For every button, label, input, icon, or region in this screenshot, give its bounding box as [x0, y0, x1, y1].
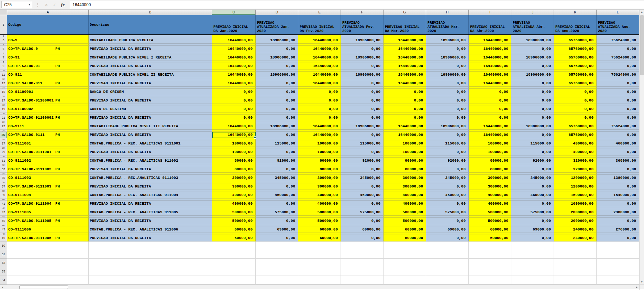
cell-L21[interactable]: 0,00 — [597, 115, 639, 121]
cell-I29[interactable]: 100000,00 — [469, 149, 511, 155]
cell-F19[interactable]: 0,00 — [341, 106, 384, 112]
column-header-K[interactable]: K — [554, 10, 597, 15]
cell-G33[interactable]: 80000,00 — [384, 166, 426, 173]
cell-G5[interactable]: 16440000,00 — [384, 46, 426, 52]
cell-E31[interactable]: 80000,00 — [298, 158, 341, 164]
cell-L15[interactable]: 0,00 — [597, 89, 639, 95]
cell-G37[interactable]: 300000,00 — [384, 183, 426, 190]
cell-E19[interactable]: 0,00 — [298, 106, 341, 112]
column-header-H[interactable]: H — [426, 10, 469, 15]
cell-E1[interactable]: PREVISAO INICIAL DA Fev-2020 — [298, 15, 341, 34]
cell-K49[interactable]: 240000,00 — [554, 235, 597, 241]
cell-J25[interactable]: 0,00 — [511, 132, 554, 138]
cell-L23[interactable]: 75624000,00 — [597, 123, 639, 130]
cell-C35[interactable]: 300000,00 — [212, 175, 256, 181]
cell-L52[interactable] — [597, 259, 639, 267]
cell-K25[interactable]: 65760000,00 — [554, 132, 597, 138]
cell-B3[interactable]: CONTABILDADE PUBLICA RECEITA — [89, 37, 212, 44]
cell-K23[interactable]: 65760000,00 — [554, 123, 597, 130]
cell-I49[interactable]: 60000,00 — [469, 235, 511, 241]
cell-H47[interactable]: 69000,00 — [426, 226, 469, 233]
cell-H52[interactable] — [426, 259, 469, 267]
row-header-43[interactable]: 43 — [0, 209, 7, 216]
cell-H49[interactable]: 0,00 — [426, 235, 469, 241]
cell-G29[interactable]: 100000,00 — [384, 149, 426, 155]
cell-D31[interactable]: 92000,00 — [256, 158, 298, 164]
cell-J7[interactable]: 18906000,00 — [511, 54, 554, 61]
cell-B25[interactable]: PREVISAO INICIAL DA RECEITA — [89, 132, 212, 138]
column-header-L[interactable]: L — [597, 10, 639, 15]
column-header-C[interactable]: C — [212, 10, 256, 15]
cell-D17[interactable]: 0,00 — [256, 97, 298, 104]
cell-I13[interactable]: 16440000,00 — [469, 80, 511, 87]
cell-C23[interactable]: 16440000,00 — [212, 123, 256, 130]
cell-E50[interactable] — [298, 241, 341, 250]
cell-J15[interactable]: 0,00 — [511, 89, 554, 95]
cell-I52[interactable] — [469, 259, 511, 267]
cell-L50[interactable] — [597, 241, 639, 250]
cell-F47[interactable]: 69000,00 — [341, 226, 384, 233]
cell-F13[interactable]: 0,00 — [341, 80, 384, 87]
cell-B1[interactable]: Descricao — [89, 15, 212, 34]
cell-E49[interactable]: 60000,00 — [298, 235, 341, 241]
scroll-down-icon[interactable]: ▼ — [640, 280, 644, 284]
cell-I54[interactable] — [469, 276, 511, 284]
cell-L45[interactable]: 0,00 — [597, 218, 639, 224]
cell-B21[interactable]: PREVISAO INICIAL DA RECEITA — [89, 115, 212, 121]
cell-F41[interactable]: 0,00 — [341, 201, 384, 207]
cell-G45[interactable]: 500000,00 — [384, 218, 426, 224]
cell-H35[interactable]: 345000,00 — [426, 175, 469, 181]
scroll-left-icon[interactable]: ◄ — [0, 285, 5, 290]
cell-F1[interactable]: PREVISAO ATUALIZADA Fev-2020 — [341, 15, 384, 34]
cell-K45[interactable]: 2000000,00 — [554, 218, 597, 224]
cell-E5[interactable]: 16440000,00 — [298, 46, 341, 52]
cell-A35[interactable]: CO-9111003 — [7, 175, 89, 181]
cell-B11[interactable]: CONTABILDADE PUBLICA NIVEL II RECEITA — [89, 72, 212, 78]
cell-B31[interactable]: CONTAB.PUBLICA - REC. ANALITICAS 911002 — [89, 158, 212, 164]
cell-K17[interactable]: 0,00 — [554, 97, 597, 104]
cell-D54[interactable] — [256, 276, 298, 284]
cell-B15[interactable]: BANCO DE ORIGEM — [89, 89, 212, 95]
cell-G21[interactable]: 0,00 — [384, 115, 426, 121]
cell-B39[interactable]: CONTAB.PUBLICA - REC. ANALITICAS 911004 — [89, 192, 212, 198]
cell-H5[interactable]: 0,00 — [426, 46, 469, 52]
cell-K27[interactable]: 400000,00 — [554, 140, 597, 147]
cell-F9[interactable]: 0,00 — [341, 63, 384, 69]
cell-E13[interactable]: 16440000,00 — [298, 80, 341, 87]
cell-E41[interactable]: 400000,00 — [298, 201, 341, 207]
cell-F7[interactable]: 18906000,00 — [341, 54, 384, 61]
cell-L7[interactable]: 75624000,00 — [597, 54, 639, 61]
cell-G7[interactable]: 16440000,00 — [384, 54, 426, 61]
row-header-25[interactable]: 25 — [0, 132, 7, 138]
cell-F5[interactable]: 0,00 — [341, 46, 384, 52]
cell-A21[interactable]: CO+TP.SALDO-91100002PH — [7, 115, 89, 121]
cell-B5[interactable]: PREVISAO INICIAL DA RECEITA — [89, 46, 212, 52]
cell-L47[interactable]: 276000,00 — [597, 226, 639, 233]
cell-G51[interactable] — [384, 250, 426, 259]
cell-B9[interactable]: PREVISAO INICIAL DA RECEITA — [89, 63, 212, 69]
cell-A23[interactable]: CO-9111 — [7, 123, 89, 130]
cell-B7[interactable]: CONTABILDADE PUBLICA NIVEL I RECEITA — [89, 54, 212, 61]
cell-B50[interactable] — [89, 241, 212, 250]
cell-I35[interactable]: 300000,00 — [469, 175, 511, 181]
cell-H1[interactable]: PREVISAO ATUALIZADA Mar-2020 — [426, 15, 469, 34]
row-header-37[interactable]: 37 — [0, 183, 7, 190]
cell-A53[interactable] — [7, 267, 89, 276]
cell-E23[interactable]: 16440000,00 — [298, 123, 341, 130]
enter-icon[interactable]: ✓ — [51, 1, 59, 9]
cell-H13[interactable]: 0,00 — [426, 80, 469, 87]
cell-D41[interactable]: 0,00 — [256, 201, 298, 207]
cell-K35[interactable]: 1200000,00 — [554, 175, 597, 181]
scroll-right-icon[interactable]: ► — [634, 285, 639, 290]
cell-D7[interactable]: 18906000,00 — [256, 54, 298, 61]
cell-C15[interactable]: 0,00 — [212, 89, 256, 95]
cell-K29[interactable]: 400000,00 — [554, 149, 597, 155]
row-header-47[interactable]: 47 — [0, 226, 7, 233]
cell-G47[interactable]: 60000,00 — [384, 226, 426, 233]
cell-E15[interactable]: 0,00 — [298, 89, 341, 95]
cell-F31[interactable]: 92000,00 — [341, 158, 384, 164]
cell-C52[interactable] — [212, 259, 256, 267]
cell-B13[interactable]: PREVISAO INICIAL DA RECEITA — [89, 80, 212, 87]
cell-B29[interactable]: PREVISAO INICIAL DA RECEITA — [89, 149, 212, 155]
cell-H29[interactable]: 0,00 — [426, 149, 469, 155]
